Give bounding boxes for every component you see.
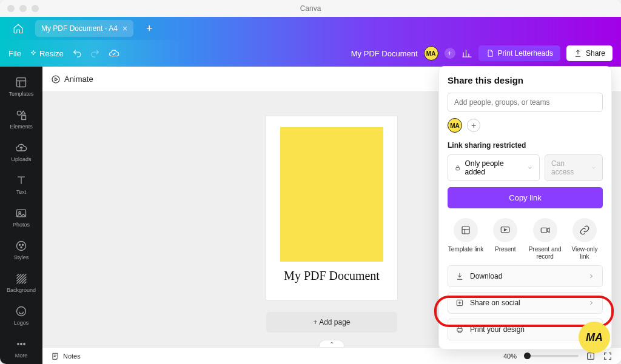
photos-icon bbox=[15, 207, 27, 219]
close-dot[interactable] bbox=[7, 5, 15, 12]
traffic-lights[interactable] bbox=[7, 5, 39, 12]
share-button[interactable]: Share bbox=[566, 45, 613, 61]
insights-button[interactable] bbox=[462, 48, 472, 59]
redo-button[interactable] bbox=[90, 48, 100, 58]
tab-bar: My PDF Document - A4 × + bbox=[0, 17, 621, 40]
svg-rect-18 bbox=[456, 168, 460, 170]
doc-name[interactable]: My PDF Document bbox=[351, 49, 418, 58]
upload-icon bbox=[574, 49, 582, 58]
styles-icon bbox=[15, 240, 27, 252]
uploads-icon bbox=[15, 142, 27, 154]
svg-rect-23 bbox=[457, 328, 462, 331]
chart-icon bbox=[462, 48, 472, 59]
menu-bar: File Resize My PDF Document MA + bbox=[0, 40, 621, 67]
window-title: Canva bbox=[300, 4, 321, 13]
panel-title: Share this design bbox=[448, 75, 603, 85]
link-section-label: Link sharing restricted bbox=[448, 141, 603, 150]
sidebar-item-logos[interactable]: Logos bbox=[0, 299, 42, 332]
copy-link-button[interactable]: Copy link bbox=[448, 187, 603, 208]
link-icon bbox=[579, 225, 590, 236]
menu-right: My PDF Document MA + Print Letterheads S… bbox=[351, 45, 613, 61]
watermark-badge: MA bbox=[579, 322, 610, 353]
lock-icon bbox=[454, 164, 462, 171]
add-collaborator-button[interactable]: + bbox=[445, 48, 455, 59]
template-icon bbox=[460, 225, 471, 236]
people-input[interactable] bbox=[448, 93, 603, 112]
link-settings: Only people added Can access bbox=[448, 154, 603, 181]
svg-point-12 bbox=[24, 343, 25, 345]
sidebar-item-elements[interactable]: Elements bbox=[0, 103, 42, 136]
download-item[interactable]: Download bbox=[448, 265, 603, 287]
home-button[interactable] bbox=[4, 17, 33, 40]
add-person-button[interactable]: + bbox=[467, 119, 480, 132]
minimize-dot[interactable] bbox=[19, 5, 27, 12]
footer: Notes 40% bbox=[42, 347, 621, 364]
sidebar-item-photos[interactable]: Photos bbox=[0, 201, 42, 234]
share-social-item[interactable]: Share on social bbox=[448, 292, 603, 314]
chevron-down-icon bbox=[591, 165, 596, 171]
notes-icon bbox=[51, 352, 59, 360]
add-page-button[interactable]: + Add page bbox=[266, 312, 397, 333]
resize-button[interactable]: Resize bbox=[30, 49, 64, 58]
sidebar-item-background[interactable]: Background bbox=[0, 266, 42, 299]
background-icon bbox=[15, 273, 27, 285]
document-icon bbox=[486, 49, 494, 58]
sidebar-item-text[interactable]: Text bbox=[0, 168, 42, 201]
sidebar: Templates Elements Uploads Text Photos S… bbox=[0, 67, 42, 364]
page-text[interactable]: My PDF Document bbox=[284, 269, 380, 283]
sidebar-item-more[interactable]: More bbox=[0, 332, 42, 364]
templates-icon bbox=[15, 76, 27, 88]
titlebar: Canva bbox=[0, 0, 621, 17]
zoom-dot[interactable] bbox=[32, 5, 39, 12]
page-element[interactable] bbox=[280, 127, 383, 262]
notes-button[interactable]: Notes bbox=[51, 352, 81, 360]
svg-point-9 bbox=[17, 307, 26, 316]
record-icon bbox=[540, 225, 551, 236]
animate-icon bbox=[51, 74, 61, 84]
tab-label: My PDF Document - A4 bbox=[41, 24, 118, 33]
view-only-action[interactable]: View-only link bbox=[566, 218, 603, 260]
svg-rect-0 bbox=[17, 78, 26, 87]
redo-icon bbox=[90, 48, 100, 58]
svg-point-10 bbox=[18, 343, 19, 345]
avatar[interactable]: MA bbox=[424, 46, 438, 61]
chevron-right-icon bbox=[588, 273, 595, 280]
share-social-icon bbox=[455, 299, 464, 307]
share-panel: Share this design MA + Link sharing rest… bbox=[439, 67, 611, 349]
svg-rect-20 bbox=[502, 227, 510, 233]
document-tab[interactable]: My PDF Document - A4 × bbox=[35, 20, 133, 37]
file-menu[interactable]: File bbox=[8, 49, 21, 58]
template-link-action[interactable]: Template link bbox=[448, 218, 484, 260]
svg-point-8 bbox=[21, 247, 22, 248]
cloud-status[interactable] bbox=[109, 48, 119, 59]
sidebar-item-uploads[interactable]: Uploads bbox=[0, 136, 42, 168]
animate-button[interactable]: Animate bbox=[51, 74, 93, 84]
new-tab-button[interactable]: + bbox=[142, 21, 156, 36]
svg-point-11 bbox=[21, 343, 22, 345]
chevron-right-icon bbox=[588, 299, 595, 306]
fullscreen-icon[interactable] bbox=[603, 351, 613, 361]
logos-icon bbox=[15, 305, 27, 317]
page[interactable]: My PDF Document bbox=[266, 116, 397, 300]
permission-select: Can access bbox=[545, 154, 603, 181]
text-icon bbox=[15, 174, 27, 187]
access-select[interactable]: Only people added bbox=[448, 154, 540, 181]
menu-left: File Resize bbox=[8, 48, 119, 59]
undo-button[interactable] bbox=[72, 48, 82, 58]
zoom-level[interactable]: 40% bbox=[503, 352, 517, 360]
sidebar-item-styles[interactable]: Styles bbox=[0, 234, 42, 266]
present-action[interactable]: Present bbox=[487, 218, 523, 260]
avatar[interactable]: MA bbox=[448, 118, 462, 133]
svg-point-5 bbox=[17, 242, 26, 251]
home-icon bbox=[13, 23, 24, 34]
close-icon[interactable]: × bbox=[123, 24, 127, 33]
sidebar-item-templates[interactable]: Templates bbox=[0, 70, 42, 103]
svg-rect-2 bbox=[22, 116, 26, 120]
undo-icon bbox=[72, 48, 82, 58]
present-record-action[interactable]: Present and record bbox=[527, 218, 563, 260]
print-button[interactable]: Print Letterheads bbox=[478, 45, 560, 61]
svg-point-6 bbox=[19, 244, 20, 245]
zoom-slider[interactable] bbox=[524, 355, 579, 357]
svg-rect-21 bbox=[541, 228, 547, 233]
present-icon bbox=[500, 225, 511, 236]
